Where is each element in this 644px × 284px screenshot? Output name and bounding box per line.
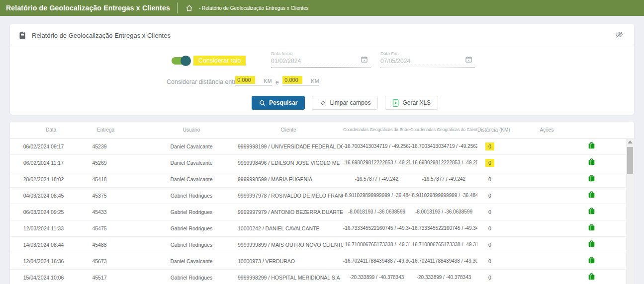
cell-actions — [522, 253, 626, 269]
radius-toggle-row: Considerar raio — [172, 56, 246, 66]
cell-date: 28/02/2024 18:02 — [10, 171, 85, 187]
cell-distance: 0 — [477, 236, 522, 253]
cell-client: 9999997979 / ANTONIO BEZERRA DUARTE NETO — [234, 204, 343, 220]
cell-actions — [522, 220, 626, 236]
distance-min-input[interactable]: 0,000 — [235, 76, 255, 84]
search-button-label: Pesquisar — [269, 99, 297, 106]
cell-client: 10000242 / DANIEL CAVALCANTE — [234, 220, 343, 236]
cell-delivery: 45433 — [85, 204, 149, 220]
distance-min-field: 0,000 KM — [235, 74, 272, 85]
cell-coord-delivery: -16.7003413034719 / -49.256287 — [343, 138, 410, 154]
search-button[interactable]: Pesquisar — [252, 96, 305, 110]
cell-date: 06/02/2024 09:17 — [10, 138, 85, 154]
home-icon[interactable] — [185, 4, 193, 12]
cell-user: Gabriel Rodrigues — [149, 236, 234, 253]
cell-client: 10000973 / VERDURAO — [234, 253, 343, 269]
date-start-field[interactable]: Data Início 01/02/2024 — [271, 51, 370, 68]
cell-date: 12/04/2024 16:36 — [10, 253, 85, 269]
cell-user: Gabriel Rodrigues — [149, 269, 234, 284]
distance-value: 0 — [485, 142, 494, 150]
distance-min-unit: KM — [264, 78, 272, 84]
scrollbar-thumb[interactable] — [627, 147, 633, 174]
distance-conjunction: e — [276, 79, 279, 86]
distance-value: 0 — [488, 258, 491, 264]
delivery-bag-icon[interactable] — [588, 224, 595, 231]
distance-value: 0 — [485, 159, 494, 167]
export-xls-button[interactable]: x Gerar XLS — [385, 96, 438, 110]
cell-actions — [522, 204, 626, 220]
date-end-field[interactable]: Data Fim 07/05/2024 — [380, 51, 475, 68]
results-table: Data Entrega Usuário Cliente Coordenadas… — [10, 122, 626, 284]
eye-slash-icon[interactable] — [615, 31, 623, 40]
delivery-bag-icon[interactable] — [588, 175, 595, 182]
calendar-icon[interactable] — [465, 56, 472, 65]
table-row: 14/03/2024 08:4445488Gabriel Rodrigues99… — [10, 236, 626, 253]
considerar-raio-toggle[interactable] — [172, 57, 189, 65]
cell-delivery: 45673 — [85, 253, 149, 269]
cell-client: 9999998599 / MARIA EUGENIA — [234, 171, 343, 187]
table-row: 06/02/2024 11:1745269Daniel Cavalcante99… — [10, 154, 626, 171]
delivery-bag-icon[interactable] — [588, 158, 595, 166]
cell-distance: 0 — [477, 187, 522, 204]
table-row: 12/04/2024 16:3645673Daniel Cavalcante10… — [10, 253, 626, 269]
cell-coord-delivery: -8.911029899999999 / -36.48462 — [343, 187, 410, 204]
cell-user: Gabriel Rodrigues — [149, 187, 234, 204]
cell-delivery: 45239 — [85, 138, 149, 154]
distance-value: 0 — [488, 275, 491, 281]
filter-panel: Relatório de Geolocalização Entregas x C… — [10, 24, 634, 115]
cell-client: 9999997978 / ROSIVALDO DE MELO FRANCO — [234, 187, 343, 204]
cell-date: 06/03/2024 09:25 — [10, 204, 85, 220]
scroll-up-icon[interactable] — [628, 141, 633, 143]
cell-coord-delivery: -16.733345522160745 / -49.3434 — [343, 220, 410, 236]
distance-max-unit: KM — [311, 78, 319, 84]
page-title: Relatório de Geolocalização Entregas x C… — [32, 32, 171, 39]
cell-client: 9999998199 / UNIVERSIDADE FEDERAL DO RIO… — [234, 138, 343, 154]
cell-user: Gabriel Rodrigues — [149, 204, 234, 220]
clipboard-icon — [19, 31, 26, 39]
date-start-label: Data Início — [271, 51, 370, 56]
cell-user: Daniel Cavalcante — [149, 171, 234, 187]
delivery-bag-icon[interactable] — [588, 142, 595, 149]
actions-row: Pesquisar Limpar campos x Gerar XLS — [252, 96, 438, 110]
delivery-bag-icon[interactable] — [588, 273, 595, 281]
calendar-icon[interactable] — [361, 56, 368, 65]
search-icon — [259, 100, 266, 106]
table-row: 06/02/2024 09:1745239Daniel Cavalcante99… — [10, 138, 626, 154]
cell-distance: 0 — [477, 154, 522, 171]
radius-toggle-label: Considerar raio — [193, 56, 246, 66]
cell-delivery: 45418 — [85, 171, 149, 187]
delivery-bag-icon[interactable] — [588, 257, 595, 264]
cell-client: 9999998299 / HOSPITAL MERIDIONAL S.A — [234, 269, 343, 284]
svg-text:x: x — [395, 100, 397, 105]
cell-actions — [522, 171, 626, 187]
cell-coord-client: -16.733345522160745 / -49.343478 — [410, 220, 477, 236]
toggle-thumb[interactable] — [181, 56, 191, 66]
delivery-bag-icon[interactable] — [588, 191, 595, 199]
distance-value: 0 — [488, 242, 491, 248]
cell-user: Daniel Cavalcante — [149, 154, 234, 171]
table-body: 06/02/2024 09:1745239Daniel Cavalcante99… — [10, 138, 626, 284]
app-title: Relatório de Geolocalização Entregas x C… — [6, 4, 170, 12]
column-header-cliente: Cliente — [234, 122, 343, 138]
table-scrollbar[interactable] — [626, 138, 634, 284]
column-header-data: Data — [10, 122, 85, 138]
date-start-value: 01/02/2024 — [271, 58, 370, 65]
cell-date: 14/03/2024 08:44 — [10, 236, 85, 253]
cell-distance: 0 — [477, 269, 522, 284]
cell-coord-client: -16.57877 / -49.242 — [410, 171, 477, 187]
clear-button[interactable]: Limpar campos — [312, 96, 378, 110]
cell-coord-delivery: -16.57877 / -49.242 — [343, 171, 410, 187]
cell-actions — [522, 269, 626, 284]
cell-delivery: 45488 — [85, 236, 149, 253]
cell-client: 9999999899 / MAIS OUTRO NOVO CLIENTE — [234, 236, 343, 253]
cell-date: 04/03/2024 08:45 — [10, 187, 85, 204]
table-row: 15/04/2024 10:0645517Gabriel Rodrigues99… — [10, 269, 626, 284]
cell-coord-delivery: -16.698029812222853 / -49.2549 — [343, 154, 410, 171]
distance-max-input[interactable]: 0,000 — [282, 76, 302, 84]
table-header-row: Data Entrega Usuário Cliente Coordenadas… — [10, 122, 626, 138]
delivery-bag-icon[interactable] — [588, 240, 595, 248]
delivery-bag-icon[interactable] — [588, 208, 595, 215]
cell-distance: 0 — [477, 220, 522, 236]
table-row: 28/02/2024 18:0245418Daniel Cavalcante99… — [10, 171, 626, 187]
column-header-coord-entrega: Coordenadas Geográficas da Entreg — [343, 122, 410, 138]
